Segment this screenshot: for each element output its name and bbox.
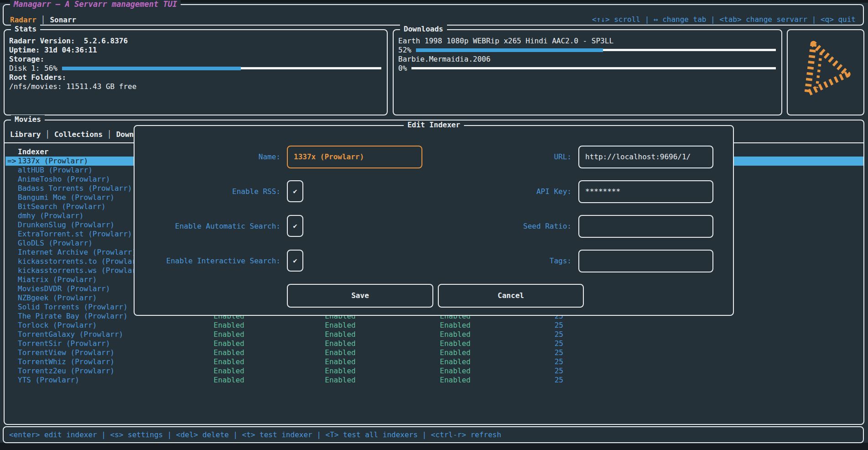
header-panel: Managarr – A Servarr management TUI Rada… xyxy=(3,4,864,26)
tab-sonarr[interactable]: Sonarr xyxy=(50,16,76,24)
indexer-enabled-cell: Enabled xyxy=(428,339,483,348)
enable-automatic-search-checkbox[interactable]: ✔ xyxy=(287,215,303,237)
enable-interactive-search-checkbox[interactable]: ✔ xyxy=(287,250,303,272)
disk-usage-row: Disk 1: 56% xyxy=(9,64,381,73)
footer-keybind-hints: <enter> edit indexer | <s> settings | <d… xyxy=(9,430,501,440)
indexer-name: Solid Torrents (Prowlarr) xyxy=(18,303,135,312)
indexer-enabled-cell: Enabled xyxy=(313,366,368,376)
indexer-name: DrunkenSlug (Prowlarr) xyxy=(18,220,135,230)
check-icon: ✔ xyxy=(293,256,297,265)
terminal-bottom-strip xyxy=(0,443,868,450)
tags-input[interactable] xyxy=(578,250,713,272)
indexer-priority-cell: 25 xyxy=(509,321,563,330)
indexer-enabled-cell: Enabled xyxy=(428,348,483,357)
indexer-row[interactable]: YTS (Prowlarr)EnabledEnabledEnabled25 xyxy=(5,376,863,385)
indexer-row[interactable]: TorrentSir (Prowlarr)EnabledEnabledEnabl… xyxy=(5,339,863,348)
indexer-column-header: Indexer xyxy=(18,147,48,157)
indexer-row[interactable]: TorrentView (Prowlarr)EnabledEnabledEnab… xyxy=(5,348,863,357)
movies-panel-title: Movies xyxy=(11,115,45,124)
indexer-name: The Pirate Bay (Prowlarr) xyxy=(18,312,135,321)
indexer-enabled-cell: Enabled xyxy=(202,348,256,357)
indexer-name: GloDLS (Prowlarr) xyxy=(18,239,135,248)
indexer-name: kickasstorrents.to (Prowlarr) xyxy=(18,257,135,266)
indexer-priority-cell: 25 xyxy=(509,357,563,366)
indexer-enabled-cell: Enabled xyxy=(202,366,256,376)
indexer-priority-cell: 25 xyxy=(509,330,563,339)
indexer-enabled-cell: Enabled xyxy=(202,321,256,330)
cancel-button[interactable]: Cancel xyxy=(438,284,584,308)
seed-ratio-input[interactable] xyxy=(578,215,713,238)
indexer-enabled-cell: Enabled xyxy=(313,357,368,366)
url-label: URL: xyxy=(423,152,572,162)
indexer-enabled-cell: Enabled xyxy=(202,357,256,366)
url-input[interactable]: http://localhost:9696/1/ xyxy=(578,146,713,168)
downloads-panel: Downloads Earth 1998 1080p WEBRip x265 H… xyxy=(393,29,782,115)
indexer-name: Badass Torrents (Prowlarr) xyxy=(18,184,135,193)
download-percent: 52% xyxy=(398,46,411,55)
indexer-name: NZBgeek (Prowlarr) xyxy=(18,293,135,303)
app-title: Managarr – A Servarr management TUI xyxy=(10,0,181,9)
indexer-enabled-cell: Enabled xyxy=(428,366,483,376)
indexer-row[interactable]: Torrentz2eu (Prowlarr)EnabledEnabledEnab… xyxy=(5,366,863,376)
disk-usage-label: Disk 1: 56% xyxy=(9,64,57,73)
tab-separator: │ xyxy=(41,130,54,139)
indexer-name: ExtraTorrent.st (Prowlarr) xyxy=(18,230,135,239)
indexer-enabled-cell: Enabled xyxy=(313,348,368,357)
tab-separator: │ xyxy=(103,130,116,139)
indexer-name: Torlock (Prowlarr) xyxy=(18,321,135,330)
indexer-priority-cell: 25 xyxy=(509,348,563,357)
enable-automatic-search-label: Enable Automatic Search: xyxy=(135,222,281,231)
tab-separator: │ xyxy=(36,16,50,24)
indexer-name: 1337x (Prowlarr) xyxy=(18,157,135,166)
tab-collections[interactable]: Collections xyxy=(54,130,103,139)
indexer-priority-cell: 25 xyxy=(509,366,563,376)
modal-title: Edit Indexer xyxy=(404,120,464,130)
stats-panel-title: Stats xyxy=(11,25,40,34)
footer-panel: <enter> edit indexer | <s> settings | <d… xyxy=(3,426,864,443)
name-input[interactable]: 1337x (Prowlarr) xyxy=(287,146,422,168)
name-label: Name: xyxy=(135,152,281,162)
indexer-name: BitSearch (Prowlarr) xyxy=(18,202,135,211)
indexer-name: dmhy (Prowlarr) xyxy=(18,211,135,220)
indexer-name: Bangumi Moe (Prowlarr) xyxy=(18,193,135,202)
logo-panel xyxy=(787,29,864,115)
seed-ratio-label: Seed Ratio: xyxy=(423,222,572,231)
indexer-row[interactable]: TorrentWhiz (Prowlarr)EnabledEnabledEnab… xyxy=(5,357,863,366)
indexer-name: Torrentz2eu (Prowlarr) xyxy=(18,366,135,376)
download-progress-bar xyxy=(416,48,776,52)
indexer-name: Internet Archive (Prowlarr) xyxy=(18,248,135,257)
indexer-name: altHUB (Prowlarr) xyxy=(18,166,135,175)
indexer-name: YTS (Prowlarr) xyxy=(18,376,135,385)
storage-label: Storage: xyxy=(9,55,381,64)
movies-tabs: Library │ Collections │ Downloads xyxy=(10,130,137,139)
tab-library[interactable]: Library xyxy=(10,130,41,139)
tags-label: Tags: xyxy=(423,256,572,266)
indexer-priority-cell: 25 xyxy=(509,376,563,385)
api-key-input[interactable]: ******** xyxy=(578,180,713,203)
enable-rss-label: Enable RSS: xyxy=(135,187,281,196)
indexer-enabled-cell: Enabled xyxy=(202,330,256,339)
indexer-enabled-cell: Enabled xyxy=(313,376,368,385)
indexer-row[interactable]: TorrentGalaxy (Prowlarr)EnabledEnabledEn… xyxy=(5,330,863,339)
tab-radarr[interactable]: Radarr xyxy=(10,16,36,24)
indexer-name: TorrentWhiz (Prowlarr) xyxy=(18,357,135,366)
indexer-enabled-cell: Enabled xyxy=(428,357,483,366)
download-progress-row: 0% xyxy=(398,64,776,73)
indexer-enabled-cell: Enabled xyxy=(428,330,483,339)
downloads-panel-title: Downloads xyxy=(400,25,447,34)
indexer-enabled-cell: Enabled xyxy=(313,330,368,339)
download-progress-row: 52% xyxy=(398,46,776,55)
download-progress-bar xyxy=(411,67,776,70)
enable-interactive-search-label: Enable Interactive Search: xyxy=(135,256,281,266)
enable-rss-checkbox[interactable]: ✔ xyxy=(287,180,303,202)
stats-panel: Stats Radarr Version: 5.2.6.8376 Uptime:… xyxy=(4,29,388,115)
radarr-version: Radarr Version: 5.2.6.8376 xyxy=(9,37,381,46)
indexer-name: TorrentView (Prowlarr) xyxy=(18,348,135,357)
uptime: Uptime: 31d 04:36:11 xyxy=(9,46,381,55)
indexer-enabled-cell: Enabled xyxy=(202,376,256,385)
indexer-name: TorrentGalaxy (Prowlarr) xyxy=(18,330,135,339)
indexer-row[interactable]: Torlock (Prowlarr)EnabledEnabledEnabled2… xyxy=(5,321,863,330)
save-button[interactable]: Save xyxy=(287,284,433,308)
indexer-enabled-cell: Enabled xyxy=(202,339,256,348)
managarr-play-icon xyxy=(798,38,855,107)
